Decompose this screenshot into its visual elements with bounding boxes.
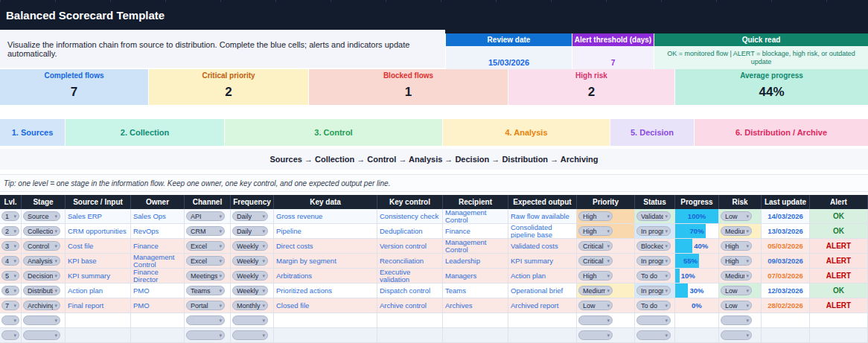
cell-key_data[interactable] — [274, 328, 377, 343]
cell-owner[interactable]: RevOps — [131, 224, 185, 239]
cell-expected_output[interactable]: Action plan — [508, 269, 577, 283]
cell-expected_output[interactable]: Operational brief — [508, 283, 577, 298]
cell-last_update[interactable] — [762, 313, 810, 328]
cell-expected_output[interactable]: Validated costs — [508, 239, 577, 254]
cell-source[interactable]: KPI base — [66, 254, 131, 269]
review-date-value[interactable]: 15/03/2026 — [446, 46, 572, 69]
cell-source[interactable] — [66, 313, 131, 328]
cell-recipient[interactable] — [443, 328, 508, 343]
lvl-dropdown[interactable]: 5▾ — [1, 271, 19, 281]
status-dropdown[interactable]: In progress▾ — [636, 286, 671, 295]
cell-last_update[interactable]: 09/03/2026 — [762, 254, 810, 269]
frequency-dropdown[interactable]: Weekly▾ — [232, 241, 268, 251]
channel-dropdown[interactable]: ▾ — [186, 330, 225, 340]
cell-key_data[interactable] — [274, 313, 377, 328]
priority-dropdown[interactable]: Medium▾ — [578, 286, 613, 295]
status-dropdown[interactable]: ▾ — [636, 330, 671, 340]
risk-dropdown[interactable]: ▾ — [721, 330, 752, 340]
risk-dropdown[interactable]: Medium▾ — [721, 271, 752, 281]
channel-dropdown[interactable]: Meetings▾ — [186, 271, 225, 281]
cell-last_update[interactable] — [762, 328, 810, 343]
cell-owner[interactable] — [131, 313, 185, 328]
risk-dropdown[interactable]: High▾ — [721, 241, 752, 251]
lvl-dropdown[interactable]: 4▾ — [1, 256, 19, 266]
stage-dropdown[interactable]: Decision▾ — [23, 271, 60, 281]
frequency-dropdown[interactable]: Weekly▾ — [232, 286, 268, 295]
cell-owner[interactable]: Finance Director — [131, 269, 185, 283]
cell-key_control[interactable]: Reconciliation — [377, 254, 443, 269]
cell-recipient[interactable]: Teams — [443, 283, 508, 298]
status-dropdown[interactable]: To do▾ — [636, 301, 671, 310]
stage-dropdown[interactable]: Control▾ — [23, 241, 60, 251]
status-dropdown[interactable]: Validated▾ — [636, 211, 671, 221]
cell-key_data[interactable]: Closed file — [274, 298, 377, 313]
cell-expected_output[interactable]: KPI summary — [508, 254, 577, 269]
status-dropdown[interactable]: ▾ — [636, 315, 671, 325]
cell-key_control[interactable] — [377, 313, 443, 328]
priority-dropdown[interactable]: High▾ — [578, 226, 613, 236]
cell-owner[interactable]: Finance — [131, 239, 185, 254]
lvl-dropdown[interactable]: ▾ — [1, 330, 19, 340]
priority-dropdown[interactable]: High▾ — [578, 211, 613, 221]
cell-owner[interactable]: Management Control — [131, 254, 185, 269]
status-dropdown[interactable]: In progress▾ — [636, 226, 671, 236]
cell-key_control[interactable]: Archive control — [377, 298, 443, 313]
stage-dropdown[interactable]: Distribution▾ — [23, 286, 60, 295]
cell-expected_output[interactable] — [508, 328, 577, 343]
cell-last_update[interactable]: 12/03/2026 — [762, 283, 810, 298]
cell-key_data[interactable]: Margin by segment — [274, 254, 377, 269]
cell-last_update[interactable]: 13/03/2026 — [762, 224, 810, 239]
cell-last_update[interactable]: 07/03/2026 — [762, 269, 810, 283]
lvl-dropdown[interactable]: 7▾ — [1, 301, 19, 310]
risk-dropdown[interactable]: High▾ — [721, 256, 752, 266]
cell-expected_output[interactable] — [508, 313, 577, 328]
lvl-dropdown[interactable]: 1▾ — [1, 211, 19, 221]
cell-recipient[interactable]: Finance — [443, 224, 508, 239]
risk-dropdown[interactable]: Low▾ — [721, 301, 752, 310]
cell-recipient[interactable]: Management Control — [443, 239, 508, 254]
cell-last_update[interactable]: 14/03/2026 — [762, 209, 810, 224]
cell-last_update[interactable]: 28/02/2026 — [762, 298, 810, 313]
channel-dropdown[interactable]: Portal▾ — [186, 301, 225, 310]
priority-dropdown[interactable]: Low▾ — [578, 301, 613, 310]
risk-dropdown[interactable]: ▾ — [721, 315, 752, 325]
cell-key_control[interactable]: Executive validation — [377, 269, 443, 283]
risk-dropdown[interactable]: Low▾ — [721, 211, 752, 221]
cell-recipient[interactable]: Management Control — [443, 209, 508, 224]
stage-dropdown[interactable]: ▾ — [23, 315, 60, 325]
frequency-dropdown[interactable]: Weekly▾ — [232, 256, 268, 266]
lvl-dropdown[interactable]: ▾ — [1, 315, 19, 325]
cell-last_update[interactable]: 05/03/2026 — [762, 239, 810, 254]
frequency-dropdown[interactable]: Daily▾ — [232, 211, 268, 221]
priority-dropdown[interactable]: Critical▾ — [578, 241, 613, 251]
cell-owner[interactable]: PMO — [131, 298, 185, 313]
priority-dropdown[interactable]: High▾ — [578, 271, 613, 281]
cell-owner[interactable] — [131, 328, 185, 343]
cell-key_control[interactable]: Consistency check — [377, 209, 443, 224]
cell-source[interactable]: Action plan — [66, 283, 131, 298]
cell-key_data[interactable]: Prioritized actions — [274, 283, 377, 298]
cell-key_data[interactable]: Direct costs — [274, 239, 377, 254]
cell-source[interactable]: Cost file — [66, 239, 131, 254]
cell-key_control[interactable]: Deduplication — [377, 224, 443, 239]
cell-key_data[interactable]: Pipeline — [274, 224, 377, 239]
status-dropdown[interactable]: To do▾ — [636, 271, 671, 281]
priority-dropdown[interactable]: Critical▾ — [578, 256, 613, 266]
cell-recipient[interactable]: Leadership — [443, 254, 508, 269]
cell-owner[interactable]: Sales Ops — [131, 209, 185, 224]
channel-dropdown[interactable]: CRM▾ — [186, 226, 225, 236]
status-dropdown[interactable]: Blocked▾ — [636, 241, 671, 251]
risk-dropdown[interactable]: Low▾ — [721, 286, 752, 295]
cell-source[interactable]: Sales ERP — [66, 209, 131, 224]
cell-key_data[interactable]: Arbitrations — [274, 269, 377, 283]
status-dropdown[interactable]: In progress▾ — [636, 256, 671, 266]
frequency-dropdown[interactable]: Daily▾ — [232, 226, 268, 236]
cell-recipient[interactable]: Managers — [443, 269, 508, 283]
frequency-dropdown[interactable]: Weekly▾ — [232, 271, 268, 281]
frequency-dropdown[interactable]: ▾ — [232, 330, 268, 340]
cell-recipient[interactable] — [443, 313, 508, 328]
channel-dropdown[interactable]: ▾ — [186, 315, 225, 325]
cell-source[interactable]: Final report — [66, 298, 131, 313]
risk-dropdown[interactable]: Medium▾ — [721, 226, 752, 236]
stage-dropdown[interactable]: Archiving▾ — [23, 301, 60, 310]
